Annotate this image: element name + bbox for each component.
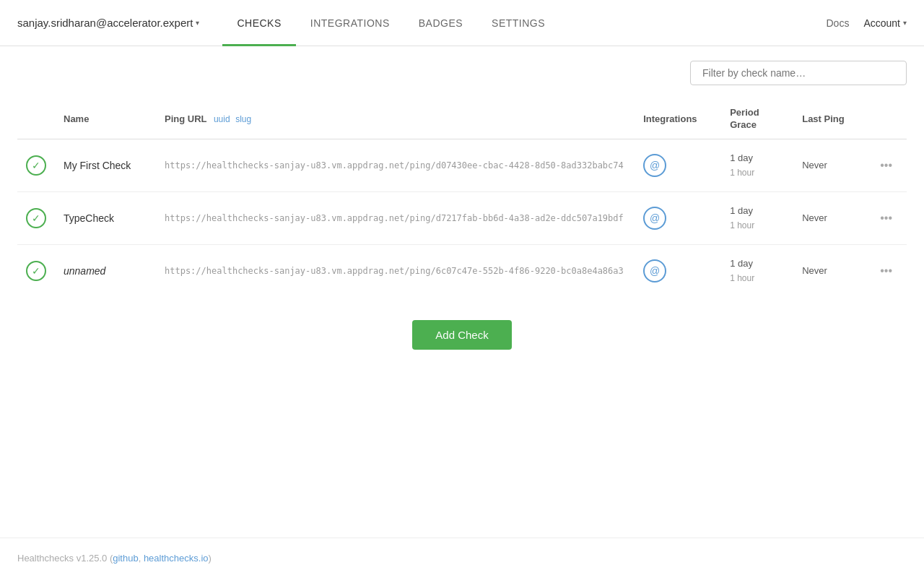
th-uuid[interactable]: uuid — [214, 114, 230, 124]
th-slug[interactable]: slug — [235, 114, 251, 124]
brand-name: sanjay.sridharan@accelerator.expert — [17, 17, 193, 29]
row-url-cell: https://healthchecks-sanjay-u83.vm.appdr… — [156, 139, 635, 191]
row-actions-cell: ••• — [866, 191, 907, 244]
docs-link[interactable]: Docs — [827, 17, 850, 29]
row-lastping-cell: Never — [793, 139, 866, 191]
row-actions-cell: ••• — [866, 244, 907, 296]
row-period-cell: 1 day 1 hour — [721, 244, 793, 296]
period-grace: 1 day 1 hour — [730, 204, 785, 233]
last-ping-value: Never — [802, 265, 827, 276]
row-actions-cell: ••• — [866, 139, 907, 191]
th-integrations: Integrations — [635, 100, 721, 139]
row-url-cell: https://healthchecks-sanjay-u83.vm.appdr… — [156, 244, 635, 296]
main-content: Name Ping URL uuid slug Integrations Per… — [0, 46, 924, 578]
period-grace: 1 day 1 hour — [730, 151, 785, 180]
row-menu-button[interactable]: ••• — [874, 262, 898, 280]
row-integrations-cell: @ — [635, 244, 721, 296]
check-name[interactable]: TypeCheck — [64, 212, 114, 224]
row-status-cell: ✓ — [17, 139, 55, 191]
account-dropdown-arrow: ▾ — [903, 19, 907, 27]
row-status-cell: ✓ — [17, 191, 55, 244]
brand-dropdown-arrow: ▾ — [196, 19, 199, 27]
grace-value: 1 hour — [730, 166, 785, 180]
add-check-button[interactable]: Add Check — [412, 320, 511, 350]
integration-icon[interactable]: @ — [643, 259, 666, 282]
last-ping-value: Never — [802, 212, 827, 223]
row-period-cell: 1 day 1 hour — [721, 139, 793, 191]
status-icon: ✓ — [26, 261, 46, 281]
th-ping-url: Ping URL uuid slug — [156, 100, 635, 139]
account-menu[interactable]: Account ▾ — [863, 17, 907, 29]
nav-item-integrations[interactable]: INTEGRATIONS — [296, 0, 404, 46]
th-last-ping: Last Ping — [793, 100, 866, 139]
checks-table: Name Ping URL uuid slug Integrations Per… — [17, 100, 907, 297]
grace-value: 1 hour — [730, 219, 785, 233]
account-label: Account — [863, 17, 900, 29]
ping-url[interactable]: https://healthchecks-sanjay-u83.vm.appdr… — [165, 213, 624, 223]
th-actions — [866, 100, 907, 139]
check-name[interactable]: unnamed — [64, 265, 105, 277]
row-integrations-cell: @ — [635, 191, 721, 244]
row-name-cell: unnamed — [55, 244, 156, 296]
row-menu-button[interactable]: ••• — [874, 209, 898, 227]
period-grace: 1 day 1 hour — [730, 256, 785, 285]
period-value: 1 day — [730, 204, 785, 219]
row-integrations-cell: @ — [635, 139, 721, 191]
check-name[interactable]: My First Check — [64, 160, 131, 171]
row-lastping-cell: Never — [793, 244, 866, 296]
integration-icon[interactable]: @ — [643, 154, 666, 177]
row-url-cell: https://healthchecks-sanjay-u83.vm.appdr… — [156, 191, 635, 244]
status-icon: ✓ — [26, 208, 46, 228]
grace-value: 1 hour — [730, 272, 785, 285]
row-status-cell: ✓ — [17, 244, 55, 296]
row-lastping-cell: Never — [793, 191, 866, 244]
filter-bar — [17, 61, 907, 85]
nav-item-badges[interactable]: BADGES — [404, 0, 477, 46]
nav-item-settings[interactable]: SETTINGS — [477, 0, 559, 46]
status-icon: ✓ — [26, 155, 46, 176]
period-value: 1 day — [730, 256, 785, 272]
nav: CHECKS INTEGRATIONS BADGES SETTINGS — [222, 0, 826, 46]
navbar-right: Docs Account ▾ — [827, 17, 907, 29]
last-ping-value: Never — [802, 160, 827, 171]
table-row: ✓ unnamed https://healthchecks-sanjay-u8… — [17, 244, 907, 296]
filter-input[interactable] — [690, 61, 907, 85]
brand[interactable]: sanjay.sridharan@accelerator.expert ▾ — [17, 17, 199, 29]
add-check-wrapper: Add Check — [17, 320, 907, 350]
integration-icon[interactable]: @ — [643, 207, 666, 230]
th-status — [17, 100, 55, 139]
table-header: Name Ping URL uuid slug Integrations Per… — [17, 100, 907, 139]
footer-close: ) — [209, 553, 212, 564]
github-link[interactable]: github — [113, 553, 138, 564]
footer: Healthchecks v1.25.0 (github, healthchec… — [0, 538, 924, 578]
table-row: ✓ My First Check https://healthchecks-sa… — [17, 139, 907, 191]
row-name-cell: My First Check — [55, 139, 156, 191]
table-row: ✓ TypeCheck https://healthchecks-sanjay-… — [17, 191, 907, 244]
footer-text: Healthchecks v1.25.0 ( — [17, 553, 113, 564]
healthchecks-link[interactable]: healthchecks.io — [144, 553, 209, 564]
row-menu-button[interactable]: ••• — [874, 156, 898, 174]
row-name-cell: TypeCheck — [55, 191, 156, 244]
th-name: Name — [55, 100, 156, 139]
footer-separator: , — [139, 553, 144, 564]
checks-tbody: ✓ My First Check https://healthchecks-sa… — [17, 139, 907, 296]
ping-url[interactable]: https://healthchecks-sanjay-u83.vm.appdr… — [165, 266, 624, 276]
ping-url[interactable]: https://healthchecks-sanjay-u83.vm.appdr… — [165, 160, 624, 171]
period-value: 1 day — [730, 151, 785, 166]
th-period-grace: Period Grace — [721, 100, 793, 139]
row-period-cell: 1 day 1 hour — [721, 191, 793, 244]
nav-item-checks[interactable]: CHECKS — [222, 0, 295, 46]
navbar: sanjay.sridharan@accelerator.expert ▾ CH… — [0, 0, 924, 46]
